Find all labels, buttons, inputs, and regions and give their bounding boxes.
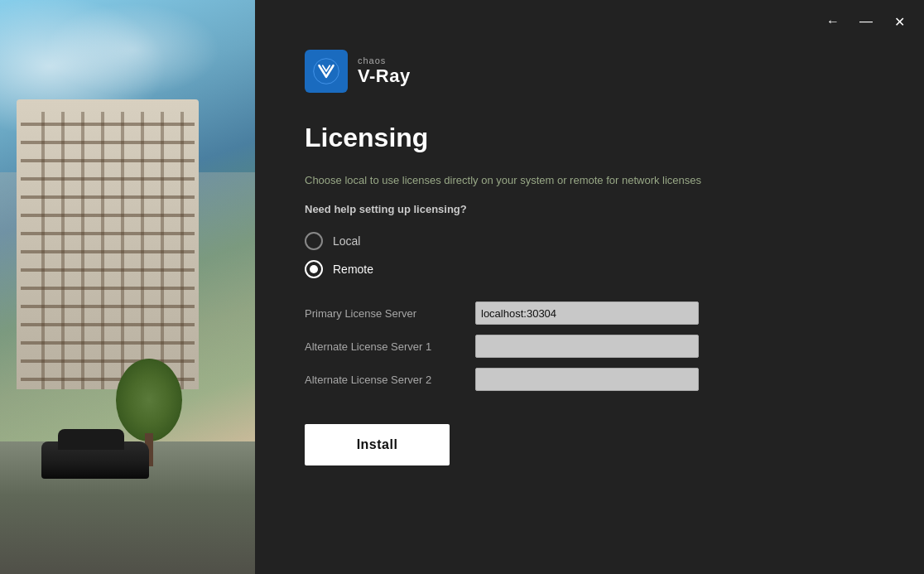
alternate2-license-row: Alternate License Server 2 (305, 368, 874, 391)
radio-local-button[interactable] (305, 232, 323, 250)
radio-remote[interactable]: Remote (305, 260, 874, 278)
radio-remote-indicator (310, 265, 318, 273)
primary-license-row: Primary License Server (305, 301, 874, 325)
content-area: chaos V-Ray Licensing Choose local to us… (255, 30, 924, 574)
logo-area: chaos V-Ray (305, 50, 874, 93)
logo-text: chaos V-Ray (358, 55, 411, 87)
radio-local-label: Local (333, 234, 360, 248)
vray-label: V-Ray (358, 65, 411, 87)
radio-local[interactable]: Local (305, 232, 874, 250)
titlebar: ← — ✕ (255, 0, 924, 30)
primary-license-label: Primary License Server (305, 307, 462, 320)
building-decoration (17, 99, 199, 389)
close-button[interactable]: ✕ (891, 13, 907, 30)
chaos-label: chaos (358, 55, 411, 65)
back-button[interactable]: ← (825, 13, 841, 30)
car-decoration (41, 441, 149, 479)
primary-license-input[interactable] (475, 301, 699, 325)
radio-remote-button[interactable] (305, 260, 323, 278)
alternate1-license-input[interactable] (475, 335, 699, 358)
alternate1-license-label: Alternate License Server 1 (305, 340, 462, 353)
description-text: Choose local to use licenses directly on… (305, 173, 874, 188)
vray-logo-svg (312, 57, 340, 85)
license-type-radio-group: Local Remote (305, 232, 874, 278)
main-panel: ← — ✕ chaos V-Ray Licensing Choose local… (255, 0, 924, 574)
alternate1-license-row: Alternate License Server 1 (305, 335, 874, 358)
alternate2-license-input[interactable] (475, 368, 699, 391)
radio-remote-label: Remote (333, 263, 373, 276)
alternate2-license-label: Alternate License Server 2 (305, 374, 462, 386)
logo-icon (305, 50, 348, 93)
help-link[interactable]: Need help setting up licensing? (305, 203, 874, 215)
license-server-form: Primary License Server Alternate License… (305, 301, 874, 391)
page-title: Licensing (305, 123, 874, 153)
hero-image (0, 0, 255, 574)
install-button[interactable]: Install (305, 424, 450, 465)
minimize-button[interactable]: — (858, 13, 874, 30)
